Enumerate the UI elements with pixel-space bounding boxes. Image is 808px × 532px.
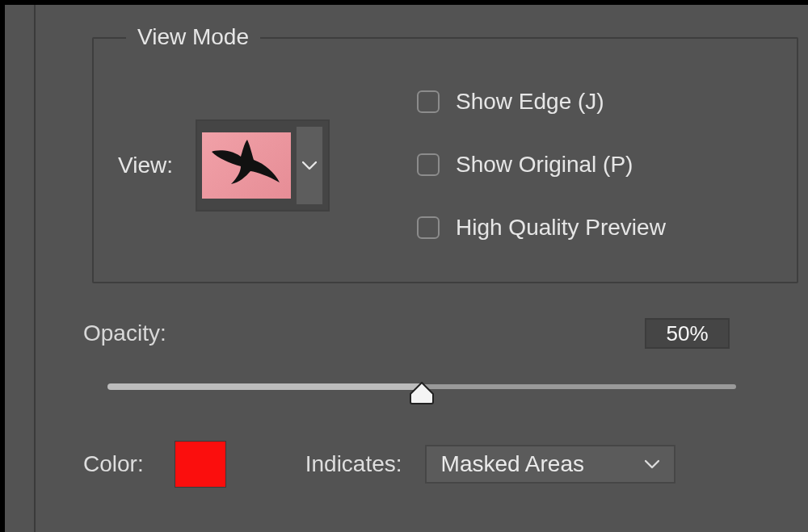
show-original-checkbox[interactable]: Show Original (P): [417, 152, 666, 178]
view-mode-legend: View Mode: [126, 24, 260, 50]
high-quality-checkbox[interactable]: High Quality Preview: [417, 215, 666, 241]
opacity-label: Opacity:: [83, 320, 166, 346]
slider-track-filled: [107, 383, 422, 390]
opacity-slider[interactable]: [107, 372, 736, 404]
chevron-down-icon: [302, 161, 317, 170]
color-swatch[interactable]: [175, 441, 226, 488]
checkbox-box: [417, 90, 440, 113]
show-original-label: Show Original (P): [456, 152, 633, 178]
checkbox-box: [417, 216, 440, 239]
checkbox-box: [417, 153, 440, 176]
high-quality-label: High Quality Preview: [456, 215, 666, 241]
view-label: View:: [118, 153, 173, 178]
bird-icon: [207, 136, 284, 195]
slider-thumb-icon: [409, 382, 435, 404]
indicates-value: Masked Areas: [441, 451, 584, 477]
slider-track-empty: [422, 384, 736, 389]
view-thumbnail: [202, 132, 291, 199]
opacity-input[interactable]: 50%: [645, 318, 730, 349]
color-label: Color:: [83, 451, 144, 477]
view-dropdown-button[interactable]: [296, 126, 323, 205]
show-edge-label: Show Edge (J): [456, 89, 604, 115]
show-edge-checkbox[interactable]: Show Edge (J): [417, 89, 666, 115]
indicates-label: Indicates:: [305, 451, 402, 477]
view-mode-group: View Mode View: Show Edge (J): [92, 37, 798, 283]
indicates-select[interactable]: Masked Areas: [425, 445, 675, 484]
chevron-down-icon: [645, 459, 659, 469]
view-thumbnail-dropdown[interactable]: [196, 119, 330, 212]
